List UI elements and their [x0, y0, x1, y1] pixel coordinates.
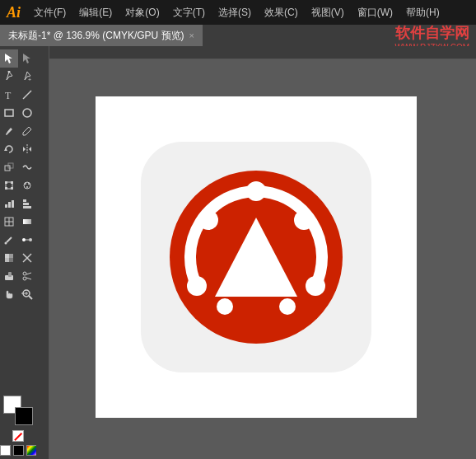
menu-select[interactable]: 选择(S)	[213, 4, 256, 21]
menu-type[interactable]: 文字(T)	[168, 4, 210, 21]
svg-rect-27	[23, 203, 29, 205]
tab-close-button[interactable]: ×	[189, 30, 194, 40]
svg-point-58	[294, 210, 314, 230]
fill-stroke-indicator[interactable]	[3, 396, 33, 425]
ellipse-tool[interactable]	[18, 104, 36, 122]
black-swatch[interactable]	[13, 445, 24, 456]
svg-rect-25	[12, 200, 14, 208]
menu-object[interactable]: 对象(O)	[120, 4, 164, 21]
ruler-left	[36, 46, 49, 459]
scale-tool[interactable]	[0, 158, 18, 176]
menu-window[interactable]: 窗口(W)	[352, 4, 398, 21]
svg-text:+: +	[28, 77, 31, 82]
svg-rect-6	[5, 110, 13, 116]
tool-row-8	[0, 176, 36, 194]
tool-row-2: +	[0, 68, 36, 86]
bar-graph-tool[interactable]	[18, 194, 36, 213]
add-anchor-tool[interactable]: +	[18, 68, 36, 86]
line-tool[interactable]	[18, 86, 36, 104]
tool-row-14	[0, 285, 36, 303]
type-tool[interactable]: T	[0, 86, 18, 104]
free-transform-tool[interactable]	[0, 176, 18, 194]
mesh-tool[interactable]	[0, 213, 18, 231]
symbol-tool[interactable]	[18, 176, 36, 194]
blend-tool[interactable]	[18, 231, 36, 249]
svg-rect-45	[8, 272, 12, 277]
svg-point-20	[25, 183, 26, 185]
warp-tool[interactable]	[18, 158, 36, 176]
app-icon	[166, 166, 347, 348]
svg-rect-32	[23, 219, 31, 224]
color-swatches	[0, 445, 36, 456]
svg-point-47	[23, 277, 26, 280]
column-graph-tool[interactable]	[0, 194, 18, 213]
svg-marker-0	[5, 54, 12, 63]
eraser-tool[interactable]	[0, 267, 18, 285]
svg-rect-39	[9, 254, 13, 258]
eyedropper-tool[interactable]	[0, 231, 18, 249]
menu-file[interactable]: 文件(F)	[29, 4, 71, 21]
menu-help[interactable]: 帮助(H)	[401, 4, 445, 21]
selection-tool[interactable]	[0, 49, 18, 68]
none-color[interactable]	[12, 430, 24, 442]
svg-marker-10	[23, 147, 26, 152]
svg-point-34	[5, 242, 7, 245]
tool-row-10	[0, 213, 36, 231]
slice-tool[interactable]	[18, 249, 36, 267]
svg-point-57	[246, 181, 266, 201]
tab-title: 未标题-1* @ 136.9% (CMYK/GPU 预览)	[8, 29, 184, 43]
gradient-tool[interactable]	[18, 213, 36, 231]
svg-point-7	[23, 109, 31, 117]
svg-point-46	[23, 272, 26, 275]
menu-effect[interactable]: 效果(C)	[259, 4, 303, 21]
pencil-tool[interactable]	[18, 122, 36, 140]
tool-row-6	[0, 140, 36, 158]
svg-rect-17	[5, 187, 7, 190]
tool-row-3: T	[0, 86, 36, 104]
svg-rect-16	[11, 181, 13, 184]
svg-point-21	[28, 183, 30, 185]
direct-selection-tool[interactable]	[18, 49, 36, 68]
pen-tool[interactable]	[0, 68, 18, 86]
ruler-top	[36, 46, 476, 59]
svg-marker-1	[23, 54, 30, 63]
tool-row-5	[0, 122, 36, 140]
artboard	[96, 96, 417, 418]
menu-edit[interactable]: 编辑(E)	[74, 4, 117, 21]
tool-row-12	[0, 249, 36, 267]
tool-row-13	[0, 267, 36, 285]
svg-point-35	[22, 238, 26, 241]
live-paint-tool[interactable]	[0, 249, 18, 267]
zoom-tool[interactable]	[18, 285, 36, 303]
svg-marker-11	[29, 147, 31, 152]
scissors-tool[interactable]	[18, 267, 36, 285]
svg-rect-28	[23, 206, 31, 208]
tab-bar: 未标题-1* @ 136.9% (CMYK/GPU 预览) ×	[0, 25, 476, 46]
paintbrush-tool[interactable]	[0, 122, 18, 140]
svg-rect-38	[5, 254, 9, 258]
hand-tool[interactable]	[0, 285, 18, 303]
svg-line-51	[29, 296, 32, 299]
reflect-tool[interactable]	[18, 140, 36, 158]
svg-text:T: T	[5, 90, 12, 101]
svg-point-61	[217, 298, 233, 315]
gradient-swatch[interactable]	[26, 445, 37, 456]
stroke-box[interactable]	[15, 407, 33, 425]
active-tab[interactable]: 未标题-1* @ 136.9% (CMYK/GPU 预览) ×	[0, 25, 203, 46]
rectangle-tool[interactable]	[0, 104, 18, 122]
white-swatch[interactable]	[0, 445, 11, 456]
tool-row-4	[0, 104, 36, 122]
svg-point-62	[279, 298, 296, 315]
tool-row-9	[0, 194, 36, 213]
icon-container	[141, 142, 371, 372]
tool-row-7	[0, 158, 36, 176]
svg-point-22	[26, 186, 28, 188]
rotate-tool[interactable]	[0, 140, 18, 158]
svg-line-49	[26, 278, 31, 279]
svg-rect-15	[5, 181, 7, 184]
toolbar: + T	[0, 46, 36, 459]
canvas-area	[36, 46, 476, 459]
svg-rect-40	[5, 258, 9, 262]
menu-view[interactable]: 视图(V)	[306, 4, 349, 21]
svg-line-5	[23, 91, 31, 99]
